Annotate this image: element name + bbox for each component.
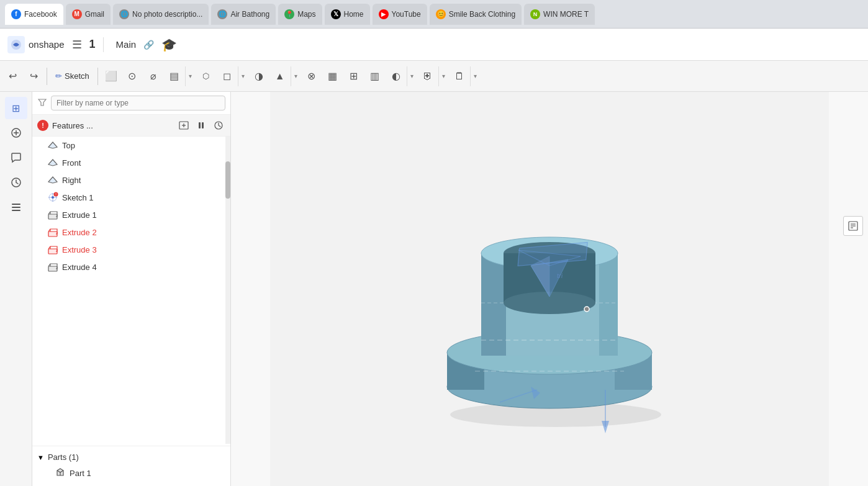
extrude-icon-2 [47, 227, 58, 238]
toolbar-btn-12[interactable]: ▥ [365, 66, 385, 86]
toolbar-btn-8[interactable]: ▲ [270, 66, 290, 86]
svg-point-46 [584, 307, 589, 312]
learn-icon[interactable]: 🎓 [161, 37, 177, 52]
tab-maps[interactable]: 📍 Maps [278, 4, 322, 25]
sidebar-icon-add[interactable] [5, 122, 27, 144]
sidebar-icon-comment[interactable] [5, 146, 27, 169]
feature-item-extrude4[interactable]: Extrude 4 [32, 258, 225, 276]
undo-button[interactable]: ↩ [2, 66, 22, 86]
extrude-icon-4 [47, 261, 58, 272]
x-icon: 𝕏 [331, 9, 341, 19]
tab-gmail[interactable]: M Gmail [66, 4, 111, 25]
sidebar-icon-features[interactable]: ⊞ [5, 97, 27, 119]
feature-item-sketch1[interactable]: ! Sketch 1 [32, 189, 225, 206]
toolbar-dropdown-1[interactable]: ▾ [185, 66, 195, 86]
features-add-icon[interactable] [177, 119, 191, 132]
tab-maps-label: Maps [297, 10, 315, 19]
toolbar-btn-6[interactable]: ◻ [217, 66, 237, 86]
sidebar-icon-history[interactable] [5, 171, 27, 194]
tab-smile-back-label: Smile Back Clothing [449, 10, 515, 19]
toolbar-btn-14[interactable]: ⛨ [418, 66, 438, 86]
smile-icon: 😊 [436, 9, 446, 19]
toolbar-dropdown-5[interactable]: ▾ [438, 66, 448, 86]
tab-smile-back[interactable]: 😊 Smile Back Clothing [430, 4, 522, 25]
toolbar-btn-2[interactable]: ⊙ [122, 66, 142, 86]
tab-win-more-label: WIN MORE T [543, 10, 589, 19]
notes-panel-button[interactable] [843, 216, 863, 236]
facebook-icon: f [11, 9, 21, 19]
toolbar-btn-3[interactable]: ⌀ [143, 66, 163, 86]
feature-panel-header [32, 92, 230, 115]
toolbar-btn-10[interactable]: ▦ [323, 66, 343, 86]
viewport[interactable]: tri [231, 92, 868, 486]
toolbar-dropdown-2[interactable]: ▾ [238, 66, 248, 86]
toolbar: ↩ ↪ ✏ Sketch ⬜ ⊙ ⌀ ▤ ▾ ⬡ ◻ ▾ ◑ ▲ ▾ ⊗ ▦ ⊞… [0, 61, 868, 92]
feature-list-container: Top Front [32, 137, 225, 444]
feature-name-extrude4: Extrude 4 [62, 263, 97, 272]
feature-name-front: Front [62, 158, 81, 168]
toolbar-btn-5[interactable]: ⬡ [196, 66, 216, 86]
svg-rect-20 [48, 249, 57, 254]
toolbar-dropdown-6[interactable]: ▾ [470, 66, 480, 86]
logo-icon [7, 36, 25, 53]
toolbar-btn-9[interactable]: ⊗ [302, 66, 322, 86]
hamburger-menu-icon[interactable]: ☰ [72, 38, 82, 52]
svg-rect-5 [12, 204, 20, 205]
toolbar-group-4: ◐ ▾ [386, 66, 417, 86]
browser-tab-bar: f Facebook M Gmail 🌐 No photo descriptio… [0, 0, 868, 29]
sketch-button[interactable]: ✏ Sketch [50, 69, 94, 83]
toolbar-btn-7[interactable]: ◑ [249, 66, 269, 86]
extrude-icon-3 [47, 244, 58, 255]
feature-scrollbar-thumb[interactable] [225, 161, 230, 199]
feature-item-right[interactable]: Right [32, 171, 225, 189]
3d-viewport-canvas: tri [231, 92, 868, 486]
parts-chevron-icon: ▼ [37, 454, 44, 461]
feature-item-extrude1[interactable]: Extrude 1 [32, 206, 225, 223]
part-name-1: Part 1 [70, 469, 91, 478]
svg-text:tri: tri [557, 272, 563, 279]
toolbar-btn-11[interactable]: ⊞ [344, 66, 364, 86]
toolbar-dropdown-3[interactable]: ▾ [291, 66, 301, 86]
redo-button[interactable]: ↪ [24, 66, 43, 86]
tab-youtube[interactable]: ▶ YouTube [373, 4, 427, 25]
features-clock-icon[interactable] [212, 119, 225, 132]
toolbar-dropdown-4[interactable]: ▾ [407, 66, 417, 86]
feature-scrollbar-track[interactable] [225, 137, 230, 444]
tab-home[interactable]: 𝕏 Home [325, 4, 370, 25]
header-divider [103, 37, 104, 52]
link-icon[interactable]: 🔗 [143, 40, 154, 50]
feature-item-front[interactable]: Front [32, 154, 225, 171]
toolbar-btn-4[interactable]: ▤ [165, 66, 184, 86]
parts-header[interactable]: ▼ Parts (1) [37, 450, 225, 464]
onshape-logo[interactable]: onshape [7, 36, 65, 53]
toolbar-group-3: ▲ ▾ [270, 66, 301, 86]
features-header: ! Features ... [32, 115, 230, 137]
tab-no-photo[interactable]: 🌐 No photo descriptio... [113, 4, 209, 25]
feature-item-extrude2[interactable]: Extrude 2 [32, 223, 225, 241]
part-item-1[interactable]: Part 1 [37, 464, 225, 482]
filter-icon [37, 97, 47, 109]
filter-input[interactable] [51, 96, 225, 110]
tab-air-bathong-label: Air Bathong [230, 10, 269, 19]
features-pause-icon[interactable] [194, 119, 208, 132]
gmail-icon: M [72, 9, 82, 19]
sketch-icon-small: ! [47, 192, 58, 203]
toolbar-btn-1[interactable]: ⬜ [101, 66, 121, 86]
onshape-header: onshape ☰ 1 Main 🔗 🎓 [0, 29, 868, 61]
feature-item-extrude3[interactable]: Extrude 3 [32, 241, 225, 258]
tab-facebook[interactable]: f Facebook [5, 4, 63, 25]
toolbar-btn-15[interactable]: 🗒 [450, 66, 469, 86]
feature-name-extrude3: Extrude 3 [62, 245, 97, 254]
feature-name-right: Right [62, 176, 81, 185]
youtube-icon: ▶ [379, 9, 389, 19]
tab-air-bathong[interactable]: 🌐 Air Bathong [211, 4, 276, 25]
sidebar-icon-list[interactable] [5, 196, 27, 218]
svg-rect-7 [12, 210, 20, 211]
tab-win-more[interactable]: N WIN MORE T [524, 4, 595, 25]
parts-label: Parts (1) [48, 452, 79, 462]
feature-name-sketch1: Sketch 1 [62, 193, 94, 202]
sketch-label: Sketch [65, 71, 89, 81]
toolbar-btn-13[interactable]: ◐ [386, 66, 406, 86]
toolbar-divider-1 [47, 68, 47, 85]
feature-item-top[interactable]: Top [32, 137, 225, 154]
